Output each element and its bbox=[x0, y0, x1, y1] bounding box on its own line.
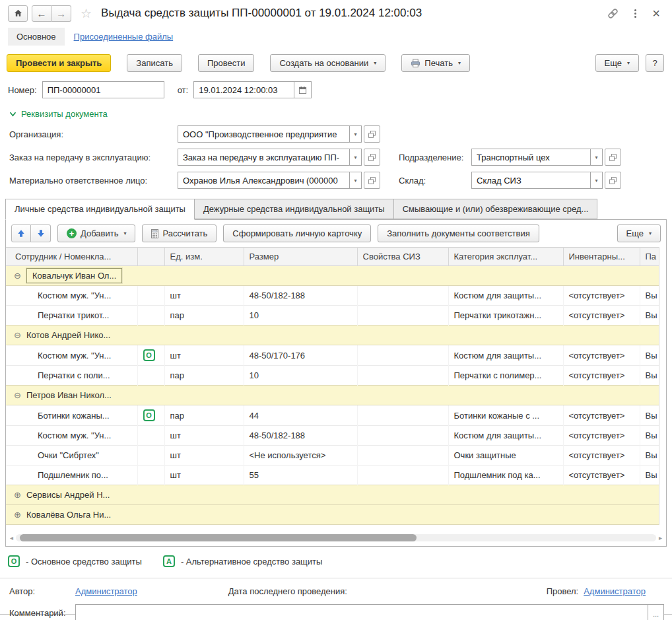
col-ppe-properties[interactable]: Свойства СИЗ bbox=[357, 248, 448, 266]
chevron-down-icon[interactable]: ▾ bbox=[349, 172, 362, 189]
tab-personal-ppe[interactable]: Личные средства индивидуальной защиты bbox=[5, 199, 195, 220]
open-reference-button[interactable] bbox=[605, 149, 621, 166]
create-based-on-button[interactable]: Создать на основании ▾ bbox=[270, 54, 386, 72]
calculate-button[interactable]: Рассчитать bbox=[142, 224, 217, 242]
calculate-label: Рассчитать bbox=[162, 228, 207, 238]
forward-button[interactable]: → bbox=[51, 5, 71, 22]
print-button[interactable]: Печать ▾ bbox=[401, 54, 470, 72]
table-row[interactable]: ⊖Ковальчук Иван Ол... bbox=[6, 266, 659, 286]
org-input[interactable] bbox=[178, 125, 349, 143]
table-row[interactable]: ⊕Сервисы Андрей Н... bbox=[6, 485, 659, 505]
table-row[interactable]: Подшлемник по...шт55Подшлемник под ка...… bbox=[6, 465, 659, 485]
table-row[interactable]: ⊖Петров Иван Никол... bbox=[6, 386, 659, 405]
group-employee-name[interactable]: Котов Андрей Нико... bbox=[26, 330, 110, 340]
requisites-section-toggle[interactable]: Реквизиты документа bbox=[0, 102, 672, 123]
group-employee-name[interactable]: Петров Иван Никол... bbox=[26, 390, 112, 400]
form-personal-card-button[interactable]: Сформировать личную карточку bbox=[223, 224, 371, 242]
chevron-down-icon[interactable]: ▾ bbox=[349, 149, 362, 166]
group-employee-name[interactable]: Ковальчук Иван Ол... bbox=[26, 268, 122, 283]
table-row[interactable]: Очки "Сибртех"шт<Не используется>Очки за… bbox=[6, 446, 659, 465]
home-button[interactable] bbox=[8, 5, 28, 22]
table-row[interactable]: Перчатки с поли...пар10Перчатки с полиме… bbox=[6, 366, 659, 386]
move-down-button[interactable] bbox=[31, 224, 51, 242]
chevron-down-icon: ▾ bbox=[458, 60, 461, 66]
chevron-down-icon[interactable]: ▾ bbox=[590, 172, 603, 189]
tab-duty-ppe[interactable]: Дежурные средства индивидуальной защиты bbox=[195, 199, 394, 219]
col-unit[interactable]: Ед. изм. bbox=[164, 248, 244, 266]
table-row[interactable]: Перчатки трикот...пар10Перчатки трикотаж… bbox=[6, 306, 659, 326]
navigation-tabs: Основное Присоединенные файлы bbox=[0, 25, 672, 46]
col-inventory[interactable]: Инвентарны... bbox=[563, 248, 640, 266]
department-input[interactable] bbox=[471, 149, 590, 166]
open-windows-icon bbox=[368, 176, 376, 185]
table-row[interactable]: ⊖Котов Андрей Нико... bbox=[6, 326, 659, 345]
author-link[interactable]: Администратор bbox=[75, 586, 137, 596]
table-row[interactable]: Костюм муж. "Ун...шт48-50/182-188Костюм … bbox=[6, 286, 659, 306]
open-reference-button[interactable] bbox=[364, 149, 380, 166]
help-button[interactable]: ? bbox=[646, 54, 664, 72]
group-employee-name[interactable]: Ковалёва Ольга Ни... bbox=[26, 510, 111, 520]
chevron-down-icon[interactable]: ▾ bbox=[590, 149, 603, 166]
link-icon[interactable] bbox=[607, 8, 619, 19]
history-nav: ← → bbox=[32, 5, 71, 22]
chevron-down-icon: ▾ bbox=[627, 60, 630, 66]
collapse-icon[interactable]: ⊖ bbox=[14, 390, 21, 400]
last-post-date-label: Дата последнего проведения: bbox=[228, 586, 347, 596]
col-mark[interactable] bbox=[137, 248, 164, 266]
col-size[interactable]: Размер bbox=[244, 248, 357, 266]
comment-expand-button[interactable]: ... bbox=[648, 604, 664, 620]
scrollbar-thumb[interactable] bbox=[20, 534, 417, 541]
comment-row: Комментарий: ... bbox=[0, 599, 672, 620]
open-reference-button[interactable] bbox=[605, 172, 621, 189]
group-employee-name[interactable]: Сервисы Андрей Н... bbox=[26, 490, 110, 500]
number-input[interactable] bbox=[42, 81, 164, 98]
col-operation-category[interactable]: Категория эксплуат... bbox=[448, 248, 563, 266]
open-windows-icon bbox=[368, 130, 376, 139]
order-input[interactable] bbox=[178, 149, 349, 166]
tab-main[interactable]: Основное bbox=[8, 28, 65, 46]
expand-icon[interactable]: ⊕ bbox=[14, 510, 21, 520]
calendar-button[interactable] bbox=[294, 81, 312, 98]
post-button[interactable]: Провести bbox=[198, 54, 255, 72]
table-row[interactable]: Костюм муж. "Ун...Ошт48-50/170-176Костюм… bbox=[6, 345, 659, 366]
add-button[interactable]: + Добавить ▾ bbox=[57, 224, 135, 242]
tab-attached-files[interactable]: Присоединенные файлы bbox=[74, 32, 174, 42]
mol-input[interactable] bbox=[178, 172, 349, 189]
scroll-right-icon[interactable]: ▸ bbox=[659, 534, 662, 541]
order-row: Заказ на передачу в эксплуатацию: ▾ Подр… bbox=[0, 146, 672, 169]
table-row[interactable]: ⊕Ковалёва Ольга Ни... bbox=[6, 505, 659, 525]
tab-cleansing-agents[interactable]: Смывающие и (или) обезвреживающие сред..… bbox=[394, 199, 598, 219]
more-menu-icon[interactable] bbox=[633, 8, 638, 19]
table-row[interactable]: Ботинки кожаны...Опар44Ботинки кожаные с… bbox=[6, 405, 659, 426]
fill-conformity-docs-button[interactable]: Заполнить документы соответствия bbox=[378, 224, 539, 242]
favorite-star-icon[interactable]: ☆ bbox=[81, 6, 92, 21]
col-batch[interactable]: Па bbox=[640, 248, 659, 266]
move-up-button[interactable] bbox=[11, 224, 31, 242]
warehouse-input[interactable] bbox=[471, 172, 590, 189]
posted-by-link[interactable]: Администратор bbox=[584, 586, 646, 596]
table-more-button[interactable]: Еще ▾ bbox=[617, 224, 661, 242]
table-more-label: Еще bbox=[626, 228, 644, 238]
post-and-close-button[interactable]: Провести и закрыть bbox=[7, 54, 111, 72]
collapse-icon[interactable]: ⊖ bbox=[14, 271, 21, 281]
command-bar: Провести и закрыть Записать Провести Соз… bbox=[0, 46, 672, 76]
close-icon[interactable]: × bbox=[652, 7, 660, 20]
date-label: от: bbox=[178, 85, 189, 95]
vertical-scrollbar[interactable] bbox=[659, 247, 666, 525]
collapse-icon[interactable]: ⊖ bbox=[14, 330, 21, 340]
horizontal-scrollbar[interactable]: ◂ ▸ bbox=[10, 533, 662, 543]
date-input[interactable] bbox=[193, 81, 294, 98]
open-reference-button[interactable] bbox=[364, 172, 380, 189]
back-button[interactable]: ← bbox=[32, 5, 51, 22]
scrollbar-track[interactable] bbox=[16, 534, 656, 541]
org-combo: ▾ bbox=[178, 125, 380, 143]
save-button[interactable]: Записать bbox=[127, 54, 182, 72]
comment-input[interactable] bbox=[75, 604, 648, 620]
table-row[interactable]: Костюм муж. "Ун...шт48-50/182-188Костюм … bbox=[6, 426, 659, 446]
col-employee-nomenclature[interactable]: Сотрудник / Номенкла... bbox=[6, 248, 137, 266]
open-reference-button[interactable] bbox=[364, 125, 380, 143]
more-button[interactable]: Еще ▾ bbox=[595, 54, 639, 72]
expand-icon[interactable]: ⊕ bbox=[14, 490, 21, 500]
scroll-left-icon[interactable]: ◂ bbox=[10, 534, 13, 541]
chevron-down-icon[interactable]: ▾ bbox=[349, 125, 362, 143]
